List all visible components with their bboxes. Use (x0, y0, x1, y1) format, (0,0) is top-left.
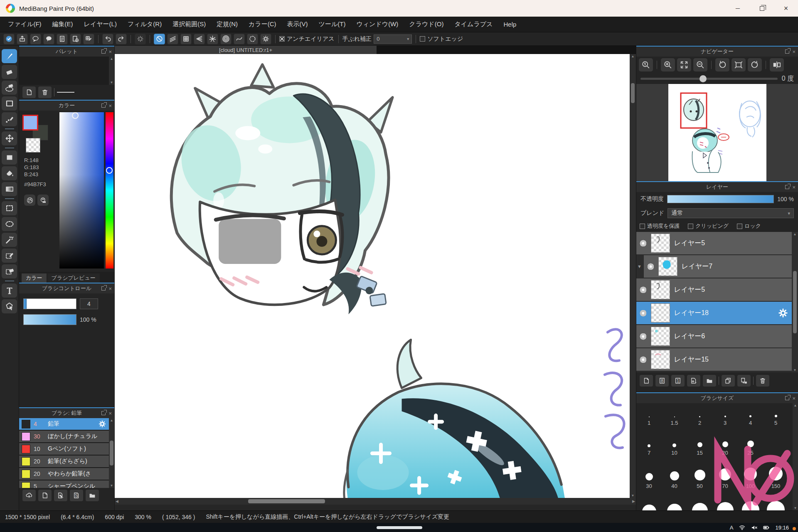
brush-opacity-slider[interactable] (23, 314, 76, 325)
notification-dot[interactable] (793, 527, 796, 530)
scroll-down-icon[interactable]: ▼ (110, 81, 113, 84)
palette-bar-mode-button[interactable] (37, 195, 49, 206)
brush-size-cell[interactable]: 15 (687, 426, 712, 456)
layer-visibility-icon[interactable] (640, 286, 647, 293)
publish-button[interactable] (17, 34, 28, 44)
zoom-100-button[interactable] (639, 58, 653, 71)
menu-select[interactable]: 選択範囲(S) (167, 20, 211, 28)
battery-icon[interactable] (763, 525, 769, 530)
tab-color[interactable]: カラー (22, 273, 47, 283)
brush-folder-button[interactable] (86, 490, 99, 501)
hue-slider[interactable] (106, 112, 113, 268)
canvas-vscrollbar[interactable]: ▲ ▼ (630, 54, 636, 498)
document-history-button[interactable] (70, 34, 81, 44)
speaker-muted-icon[interactable] (751, 525, 757, 530)
zoom-out-button[interactable] (693, 58, 707, 71)
brush-size-cell[interactable]: 2 (687, 405, 712, 426)
blur-eraser-tool[interactable] (2, 81, 17, 95)
brush-size-cell[interactable]: 3 (712, 405, 738, 426)
menu-tool[interactable]: ツール(T) (313, 20, 351, 28)
scroll-up-icon[interactable]: ▲ (110, 57, 113, 61)
panel-edit-button[interactable] (83, 34, 94, 44)
comment-dotted-button[interactable] (30, 34, 41, 44)
undo-button[interactable] (102, 34, 113, 44)
scroll-thumb[interactable] (110, 441, 113, 466)
tab-brush-preview[interactable]: ブラシプレビュー (47, 273, 100, 283)
layer-row[interactable]: レイヤー15 (636, 348, 792, 371)
text-tool[interactable] (2, 283, 17, 298)
rotate-ccw-button[interactable] (715, 58, 729, 71)
menu-color[interactable]: カラー(C) (243, 20, 282, 28)
rotation-slider[interactable] (640, 78, 778, 80)
close-button[interactable]: × (774, 0, 798, 17)
add-1bit-layer-button[interactable]: 1 (671, 375, 685, 387)
transparent-swatch[interactable] (26, 138, 40, 153)
menu-file[interactable]: ファイル(F) (2, 20, 47, 28)
snap-radial-button[interactable] (207, 34, 218, 44)
snap-ring-button[interactable] (247, 34, 258, 44)
scroll-down-icon[interactable]: ▼ (794, 506, 797, 510)
snap-settings-button[interactable] (260, 34, 271, 44)
snap-concentric-button[interactable] (220, 34, 232, 44)
brush-tool[interactable] (2, 49, 17, 63)
antialias-checkbox[interactable] (279, 36, 285, 42)
scroll-thumb[interactable] (793, 271, 797, 333)
layer-row[interactable]: レイヤー6 (636, 325, 792, 347)
comment-button[interactable] (43, 34, 54, 44)
brush-row[interactable]: 5 シャープペンシル (19, 480, 109, 488)
gear-icon[interactable] (778, 308, 788, 318)
popout-icon[interactable] (785, 49, 789, 54)
layer-scrollbar[interactable]: ▲ ▼ (792, 232, 798, 372)
brush-size-cell[interactable]: 1 (636, 405, 662, 426)
brush-size-cell[interactable] (738, 490, 763, 510)
foreground-color-swatch[interactable] (22, 115, 38, 131)
layer-row-selected[interactable]: レイヤー18 (636, 302, 792, 324)
layer-opacity-slider[interactable] (667, 195, 774, 203)
brush-cloud-download-button[interactable] (22, 490, 36, 501)
close-icon[interactable]: × (108, 103, 112, 109)
select-pen-tool[interactable] (2, 249, 17, 263)
palette-scrollbar[interactable]: ▲ ▼ (109, 57, 114, 85)
brush-add-button[interactable] (38, 490, 52, 501)
cloud-save-button[interactable] (3, 34, 15, 44)
eraser-tool[interactable] (2, 65, 17, 79)
menu-ruler[interactable]: 定規(N) (211, 20, 243, 28)
drawing-canvas[interactable] (115, 54, 630, 498)
brush-size-cell[interactable]: 100 (738, 456, 763, 490)
brush-size-cell[interactable]: 1.5 (662, 405, 687, 426)
flip-horizontal-button[interactable] (770, 58, 784, 71)
menu-window[interactable]: ウィンドウ(W) (351, 20, 404, 28)
fit-screen-button[interactable] (677, 58, 691, 71)
control-point-tool[interactable] (2, 112, 17, 126)
scroll-left-icon[interactable]: ◀ (116, 499, 118, 503)
brush-size-cell[interactable]: 20 (712, 426, 738, 456)
select-rect-tool[interactable] (2, 201, 17, 215)
add-special-layer-button[interactable] (687, 375, 700, 387)
popout-icon[interactable] (101, 49, 106, 54)
scroll-down-icon[interactable]: ▼ (631, 494, 635, 498)
stabilizer-dropdown[interactable]: 0 ▾ (374, 34, 412, 44)
brush-size-cell[interactable] (763, 426, 788, 456)
menu-cloud[interactable]: クラウド(O) (404, 20, 449, 28)
layer-visibility-icon[interactable] (640, 310, 647, 317)
snap-vanishing-button[interactable] (194, 34, 205, 44)
palette-empty-list[interactable] (19, 57, 109, 85)
brush-size-cell[interactable] (763, 490, 788, 510)
snap-grid-button[interactable] (180, 34, 192, 44)
magic-wand-tool[interactable] (2, 233, 17, 247)
scroll-down-icon[interactable]: ▼ (110, 484, 113, 488)
brush-row[interactable]: 4 鉛筆 (19, 418, 109, 430)
layer-visibility-icon[interactable] (640, 333, 647, 340)
rotate-cw-button[interactable] (748, 58, 762, 71)
add-8bit-layer-button[interactable]: 8 (655, 375, 669, 387)
canvas-hscrollbar[interactable]: ◀ ▶ (115, 498, 636, 505)
close-icon[interactable]: × (108, 410, 112, 416)
layer-folder-button[interactable] (703, 375, 716, 387)
minimize-button[interactable]: ─ (726, 0, 750, 17)
popout-icon[interactable] (101, 411, 106, 415)
add-layer-button[interactable] (640, 375, 653, 387)
fill-rect-tool[interactable] (2, 150, 17, 165)
taskbar-app-pill[interactable] (377, 526, 422, 529)
select-eraser-tool[interactable] (2, 264, 17, 278)
brush-add-preset-button[interactable] (54, 490, 67, 501)
